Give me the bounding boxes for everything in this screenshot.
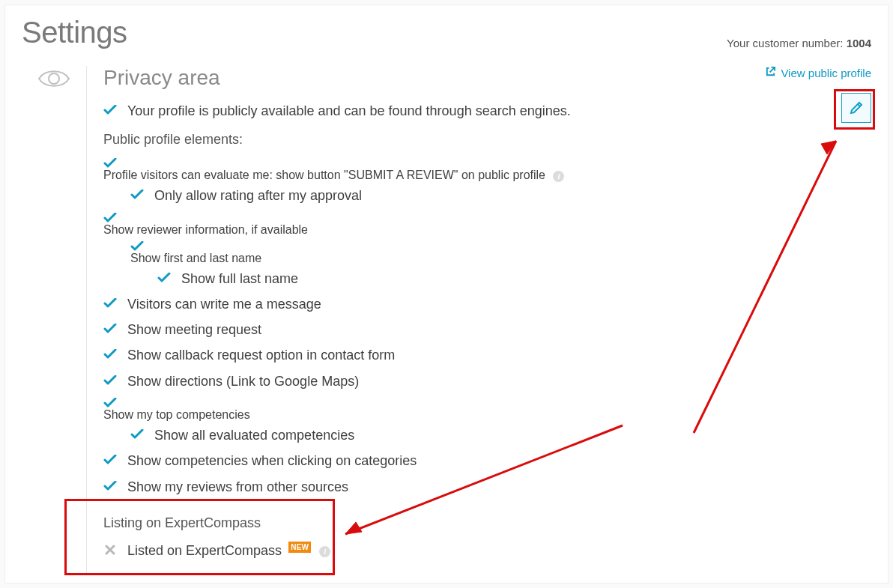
item-comp-cat-label: Show competencies when clicking on categ… <box>127 452 417 470</box>
item-first-last: Show first and last name Show full last … <box>130 241 871 288</box>
check-icon <box>103 349 117 360</box>
check-icon <box>103 158 871 169</box>
check-icon <box>103 375 117 386</box>
customer-number: Your customer number: 1004 <box>727 37 871 49</box>
check-icon <box>157 273 171 283</box>
cross-icon <box>103 545 117 555</box>
item-other-src-label: Show my reviews from other sources <box>127 478 348 496</box>
item-meeting-label: Show meeting request <box>127 321 261 339</box>
section-title: Privacy area <box>103 66 220 90</box>
info-icon[interactable]: i <box>319 546 330 557</box>
item-directions: Show directions (Link to Google Maps) <box>103 372 871 390</box>
item-reviewer-info: Show reviewer information, if available … <box>103 213 871 288</box>
view-public-profile-link[interactable]: View public profile <box>765 66 871 79</box>
header-row: Settings Your customer number: 1004 <box>22 16 871 49</box>
item-reviewer-info-label: Show reviewer information, if available <box>103 223 308 236</box>
listing-list: Listed on ExpertCompass NEW i <box>103 542 871 560</box>
body: Privacy area View public profile Your pr… <box>22 66 871 575</box>
item-other-src: Show my reviews from other sources <box>103 478 871 496</box>
check-icon <box>130 429 144 440</box>
privacy-tree: Your profile is publicly available and c… <box>103 102 871 120</box>
item-first-last-label: Show first and last name <box>130 252 261 264</box>
external-link-icon <box>765 66 776 79</box>
edit-button[interactable] <box>841 93 871 123</box>
annotation-listing-box <box>64 499 335 575</box>
item-callback-label: Show callback request option in contact … <box>127 346 395 364</box>
check-icon <box>103 213 871 223</box>
public-elements-heading: Public profile elements: <box>103 132 871 148</box>
info-icon[interactable]: i <box>553 171 564 182</box>
item-evaluate: Profile visitors can evaluate me: show b… <box>103 158 871 204</box>
item-approval-label: Only allow rating after my approval <box>154 187 362 204</box>
item-directions-label: Show directions (Link to Google Maps) <box>127 372 359 390</box>
item-message-label: Visitors can write me a message <box>127 295 321 313</box>
check-icon <box>130 190 144 200</box>
item-approval: Only allow rating after my approval <box>130 187 871 204</box>
item-top-comp-label: Show my top competencies <box>103 408 250 421</box>
item-listing-label: Listed on ExpertCompass <box>127 543 282 558</box>
item-full-last: Show full last name <box>157 270 871 288</box>
item-message: Visitors can write me a message <box>103 295 871 313</box>
check-icon <box>103 298 117 309</box>
check-icon <box>103 105 117 115</box>
item-evaluate-label: Profile visitors can evaluate me: show b… <box>103 169 545 181</box>
check-icon <box>103 481 117 491</box>
check-icon <box>103 324 117 334</box>
section-header-row: Privacy area View public profile <box>103 66 871 100</box>
settings-panel: Settings Your customer number: 1004 Priv… <box>4 4 889 584</box>
privacy-content: Privacy area View public profile Your pr… <box>87 66 871 575</box>
item-comp-cat: Show competencies when clicking on categ… <box>103 452 871 470</box>
item-profile-public-label: Your profile is publicly available and c… <box>127 102 571 120</box>
badge-new: NEW <box>288 542 311 554</box>
listing-heading: Listing on ExpertCompass <box>103 515 871 531</box>
check-icon <box>103 398 871 408</box>
customer-number-label: Your customer number: <box>727 37 843 49</box>
item-all-comp: Show all evaluated competencies <box>130 426 871 444</box>
item-all-comp-label: Show all evaluated competencies <box>154 426 354 444</box>
item-meeting: Show meeting request <box>103 321 871 339</box>
public-elements-list: Profile visitors can evaluate me: show b… <box>103 158 871 496</box>
customer-number-value: 1004 <box>847 37 871 49</box>
check-icon <box>103 455 117 465</box>
item-top-comp: Show my top competencies Show all evalua… <box>103 398 871 444</box>
item-profile-public: Your profile is publicly available and c… <box>103 102 871 120</box>
item-callback: Show callback request option in contact … <box>103 346 871 364</box>
item-listing: Listed on ExpertCompass NEW i <box>103 542 871 560</box>
page-title: Settings <box>22 16 127 49</box>
section-icon-col <box>22 66 86 575</box>
view-public-profile-label: View public profile <box>781 67 871 79</box>
check-icon <box>130 241 871 252</box>
item-full-last-label: Show full last name <box>181 270 298 288</box>
pencil-icon <box>849 100 864 115</box>
svg-point-0 <box>49 73 59 84</box>
eye-icon <box>37 67 70 575</box>
